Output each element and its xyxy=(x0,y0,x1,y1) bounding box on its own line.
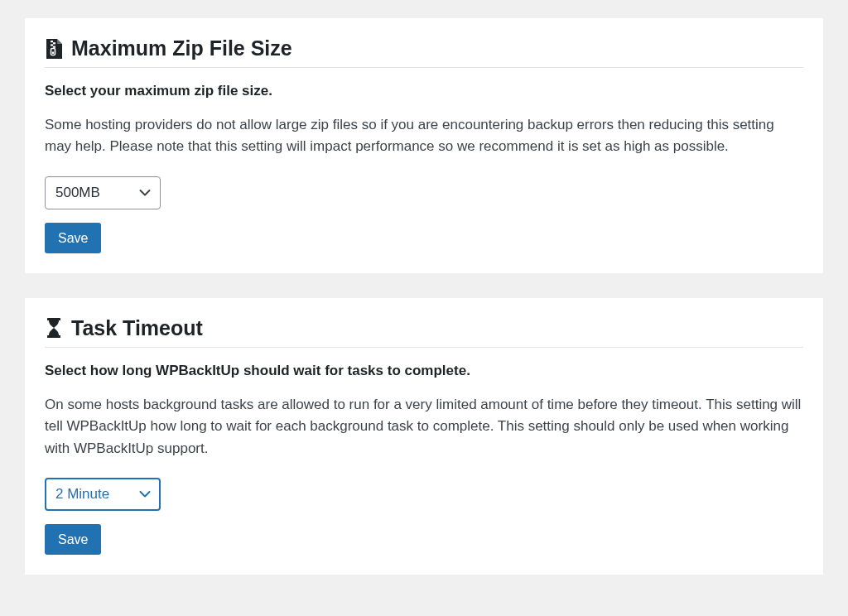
task-timeout-card: Task Timeout Select how long WPBackItUp … xyxy=(25,298,823,575)
zip-size-select[interactable]: 500MB xyxy=(45,176,161,209)
timeout-card-title: Task Timeout xyxy=(45,316,803,348)
zip-file-size-card: Maximum Zip File Size Select your maximu… xyxy=(25,18,823,273)
zip-card-title: Maximum Zip File Size xyxy=(45,36,803,68)
svg-rect-2 xyxy=(51,44,53,46)
timeout-save-button[interactable]: Save xyxy=(45,524,101,555)
svg-rect-7 xyxy=(47,335,60,338)
timeout-select-wrap: 2 Minute xyxy=(45,478,161,511)
timeout-description: On some hosts background tasks are allow… xyxy=(45,394,803,460)
file-zip-icon xyxy=(45,38,63,60)
zip-save-button[interactable]: Save xyxy=(45,223,101,253)
zip-select-wrap: 500MB xyxy=(45,176,161,209)
timeout-title-text: Task Timeout xyxy=(71,316,203,340)
svg-rect-5 xyxy=(51,51,53,53)
timeout-subheading: Select how long WPBackItUp should wait f… xyxy=(45,363,803,379)
zip-description: Some hosting providers do not allow larg… xyxy=(45,114,803,158)
svg-rect-0 xyxy=(51,41,53,42)
timeout-select[interactable]: 2 Minute xyxy=(45,478,161,511)
svg-rect-1 xyxy=(53,42,55,44)
svg-rect-3 xyxy=(53,46,55,47)
svg-rect-6 xyxy=(47,318,60,320)
hourglass-icon xyxy=(45,317,63,339)
zip-subheading: Select your maximum zip file size. xyxy=(45,83,803,99)
zip-title-text: Maximum Zip File Size xyxy=(71,36,292,60)
